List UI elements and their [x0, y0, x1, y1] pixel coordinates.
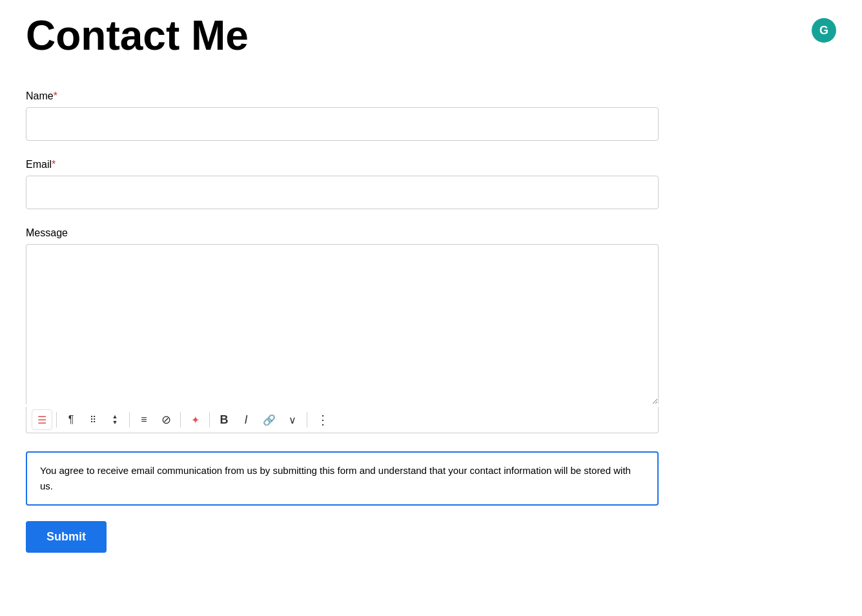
message-toolbar: ☰ ¶ ⠿ ▲ ▼ [26, 407, 659, 433]
pin-icon: ⊘ [161, 413, 171, 427]
header-area: Contact Me G [26, 13, 836, 58]
name-label: Name* [26, 90, 836, 102]
align-icon: ≡ [141, 414, 147, 426]
toolbar-divider-4 [209, 412, 210, 427]
grammarly-icon[interactable]: G [812, 18, 836, 43]
toolbar-divider-3 [180, 412, 181, 427]
submit-button[interactable]: Submit [26, 521, 107, 553]
toolbar-divider-1 [56, 412, 57, 427]
page-title: Contact Me [26, 13, 249, 58]
italic-icon: I [244, 413, 247, 427]
toolbar-divider-2 [129, 412, 130, 427]
email-required-star: * [52, 159, 56, 170]
link-icon: 🔗 [263, 414, 276, 426]
message-field-group: Message ☰ ¶ ⠿ [26, 227, 836, 433]
consent-box: You agree to receive email communication… [26, 451, 659, 506]
align-btn[interactable]: ≡ [134, 409, 154, 430]
grammarly-toolbar-btn[interactable]: ☰ [32, 409, 52, 430]
consent-text: You agree to receive email communication… [40, 465, 631, 491]
paragraph-icon: ¶ [68, 414, 74, 426]
bold-icon: B [220, 413, 229, 427]
more-options-btn[interactable]: ⋮ [311, 409, 334, 430]
chevron-down-icon: ∨ [289, 414, 296, 426]
message-label: Message [26, 227, 836, 239]
sparkle-icon: ✦ [191, 414, 200, 426]
message-area: ☰ ¶ ⠿ ▲ ▼ [26, 244, 659, 433]
name-input[interactable] [26, 107, 659, 141]
name-field-group: Name* [26, 90, 836, 141]
italic-btn[interactable]: I [236, 409, 256, 430]
page-container: Contact Me G Name* Email* Message [0, 13, 862, 553]
contact-form: Name* Email* Message ☰ [26, 90, 836, 553]
toolbar-divider-5 [307, 412, 307, 427]
link-btn[interactable]: 🔗 [258, 409, 281, 430]
chevron-updown-btn[interactable]: ▲ ▼ [105, 409, 125, 430]
email-field-group: Email* [26, 159, 836, 209]
email-input[interactable] [26, 176, 659, 209]
sparkle-btn[interactable]: ✦ [185, 409, 205, 430]
bold-btn[interactable]: B [214, 409, 234, 430]
dropdown-btn[interactable]: ∨ [282, 409, 303, 430]
drag-btn[interactable]: ⠿ [83, 409, 103, 430]
more-options-icon: ⋮ [316, 412, 329, 427]
name-required-star: * [54, 90, 57, 101]
drag-icon: ⠿ [90, 415, 97, 425]
email-label: Email* [26, 159, 836, 170]
message-textarea[interactable] [26, 244, 659, 404]
grammarly-toolbar-icon: ☰ [37, 414, 46, 426]
pin-btn[interactable]: ⊘ [156, 409, 176, 430]
paragraph-btn[interactable]: ¶ [61, 409, 81, 430]
chevron-updown-icon: ▲ ▼ [112, 414, 118, 427]
